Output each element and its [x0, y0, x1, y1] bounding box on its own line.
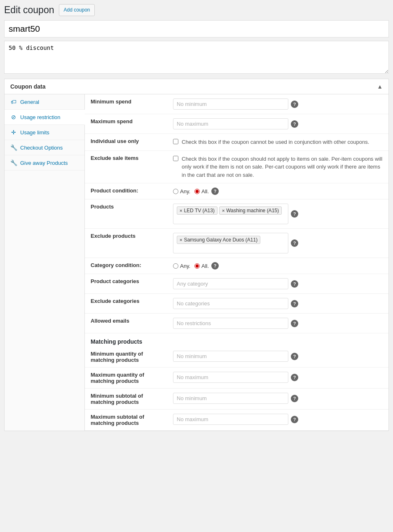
coupon-data-header: Coupon data ▲	[5, 79, 388, 94]
min-qty-matching-label: Minimum quantity of matching products	[85, 347, 167, 368]
product-categories-input[interactable]	[173, 278, 288, 289]
sidebar-item-general-label: General	[20, 99, 39, 105]
allowed-emails-row: Allowed emails ?	[85, 314, 388, 333]
category-condition-any-label[interactable]: Any.	[173, 263, 190, 269]
individual-use-label: Individual use only	[85, 134, 167, 151]
sidebar-item-checkout-options[interactable]: 🔧 Checkout Options	[5, 140, 84, 155]
sidebar-item-give-away[interactable]: 🔧 Give away Products	[5, 155, 84, 171]
min-subtotal-matching-label: Minimum subtotal of matching products	[85, 389, 167, 410]
exclude-sale-label: Exclude sale items	[85, 150, 167, 183]
coupon-data-title: Coupon data	[10, 83, 46, 90]
form-table: Minimum spend ? Maximum spend	[85, 94, 388, 333]
coupon-description-textarea[interactable]: 50 % discount	[4, 41, 389, 74]
product-condition-help-icon: ?	[211, 187, 219, 195]
products-help-icon: ?	[291, 210, 298, 218]
exclude-categories-row: Exclude categories ?	[85, 294, 388, 314]
max-qty-matching-input[interactable]	[173, 372, 288, 383]
sidebar-nav: 🏷 General ⊘ Usage restriction ✛ Usage li…	[5, 94, 85, 431]
maximum-spend-input[interactable]	[173, 118, 288, 129]
exclude-categories-help-icon: ?	[291, 300, 298, 307]
page-title: Edit coupon	[4, 5, 54, 16]
exclude-sale-checkbox[interactable]	[173, 156, 178, 161]
product-condition-any-label[interactable]: Any.	[173, 188, 190, 195]
minimum-spend-input[interactable]	[173, 98, 288, 110]
maximum-spend-help-icon: ?	[291, 120, 298, 128]
allowed-emails-help-icon: ?	[291, 320, 298, 327]
exclude-categories-label: Exclude categories	[85, 294, 167, 314]
max-qty-matching-help-icon: ?	[291, 374, 298, 381]
product-condition-label: Product condition:	[85, 183, 167, 199]
collapse-icon[interactable]: ▲	[377, 83, 383, 90]
exclude-sale-row: Exclude sale items Check this box if the…	[85, 150, 388, 183]
minimum-spend-help-icon: ?	[291, 101, 298, 108]
exclude-sale-description: Check this box if the coupon should not …	[182, 155, 383, 179]
exclude-products-label: Exclude products	[85, 229, 167, 258]
product-condition-any-text: Any.	[180, 188, 190, 195]
sidebar-item-checkout-options-label: Checkout Options	[20, 145, 63, 151]
products-label: Products	[85, 199, 167, 229]
exclude-categories-input[interactable]	[173, 298, 288, 309]
main-content: Minimum spend ? Maximum spend	[85, 94, 388, 431]
products-row: Products × LED TV (A13)	[85, 199, 388, 229]
exclude-categories-field: ?	[167, 294, 388, 314]
exclude-products-tags-box[interactable]: × Samsung Galaxy Ace Duos (A11)	[173, 233, 288, 253]
max-qty-matching-label: Maximum quantity of matching products	[85, 368, 167, 389]
tag-led-tv-label: LED TV (A13)	[184, 208, 214, 213]
minimum-spend-field: ?	[167, 94, 388, 114]
sidebar-item-general[interactable]: 🏷 General	[5, 94, 84, 110]
sidebar-item-usage-restriction[interactable]: ⊘ Usage restriction	[5, 110, 85, 125]
allowed-emails-label: Allowed emails	[85, 314, 167, 333]
product-condition-all-radio[interactable]	[194, 189, 200, 194]
category-condition-all-text: All.	[201, 263, 209, 269]
product-condition-radio-group: Any. All.	[173, 188, 209, 195]
tag-samsung: × Samsung Galaxy Ace Duos (A11)	[177, 236, 260, 244]
tag-led-tv-remove[interactable]: ×	[180, 208, 182, 213]
category-condition-row: Category condition: Any.	[85, 258, 388, 274]
product-categories-row: Product categories ?	[85, 274, 388, 294]
plus-icon: ✛	[10, 129, 17, 136]
wrench-icon-2: 🔧	[10, 159, 17, 166]
max-qty-matching-field: ?	[167, 368, 388, 389]
category-condition-label: Category condition:	[85, 258, 167, 274]
category-condition-help-icon: ?	[211, 262, 219, 270]
category-condition-radio-group: Any. All.	[173, 263, 209, 269]
tag-washing-machine-remove[interactable]: ×	[222, 208, 225, 213]
exclude-sale-field: Check this box if the coupon should not …	[167, 150, 388, 183]
max-subtotal-matching-label: Maximum subtotal of matching products	[85, 410, 167, 431]
add-coupon-button[interactable]: Add coupon	[59, 4, 94, 16]
max-subtotal-matching-field: ?	[167, 410, 388, 431]
tag-washing-machine: × Washing machine (A15)	[219, 206, 282, 215]
product-condition-all-label[interactable]: All.	[194, 188, 209, 195]
allowed-emails-field: ?	[167, 314, 388, 333]
sidebar-item-usage-restriction-label: Usage restriction	[20, 114, 61, 120]
coupon-data-panel: Coupon data ▲ 🏷 General ⊘ Usage restrict…	[4, 79, 389, 431]
exclude-products-help-icon: ?	[291, 239, 298, 247]
products-tags-box[interactable]: × LED TV (A13) × Washing machine (A15)	[173, 204, 288, 224]
allowed-emails-input[interactable]	[173, 318, 288, 329]
individual-use-row: Individual use only Check this box if th…	[85, 134, 388, 151]
ban-icon: ⊘	[10, 114, 17, 120]
min-subtotal-matching-input[interactable]	[173, 393, 288, 404]
exclude-products-field: × Samsung Galaxy Ace Duos (A11) ?	[167, 229, 388, 258]
minimum-spend-row: Minimum spend ?	[85, 94, 388, 114]
tag-samsung-remove[interactable]: ×	[180, 237, 182, 242]
tag-led-tv: × LED TV (A13)	[177, 206, 218, 215]
individual-use-checkbox[interactable]	[173, 139, 178, 144]
individual-use-field: Check this box if the coupon cannot be u…	[167, 134, 388, 151]
sidebar-item-give-away-label: Give away Products	[20, 160, 68, 166]
category-condition-all-radio[interactable]	[194, 263, 200, 269]
coupon-data-body: 🏷 General ⊘ Usage restriction ✛ Usage li…	[5, 94, 388, 431]
tag-icon: 🏷	[10, 98, 17, 105]
category-condition-any-text: Any.	[180, 263, 190, 269]
min-qty-matching-input[interactable]	[173, 351, 288, 362]
product-condition-field: Any. All. ?	[167, 183, 388, 199]
category-condition-all-label[interactable]: All.	[194, 263, 209, 269]
sidebar-item-usage-limits[interactable]: ✛ Usage limits	[5, 125, 84, 140]
min-qty-matching-row: Minimum quantity of matching products ?	[85, 347, 388, 368]
product-condition-any-radio[interactable]	[173, 189, 178, 194]
category-condition-field: Any. All. ?	[167, 258, 388, 274]
max-subtotal-matching-input[interactable]	[173, 414, 288, 425]
category-condition-any-radio[interactable]	[173, 263, 178, 269]
min-subtotal-matching-row: Minimum subtotal of matching products ?	[85, 389, 388, 410]
coupon-name-input[interactable]	[4, 20, 389, 37]
